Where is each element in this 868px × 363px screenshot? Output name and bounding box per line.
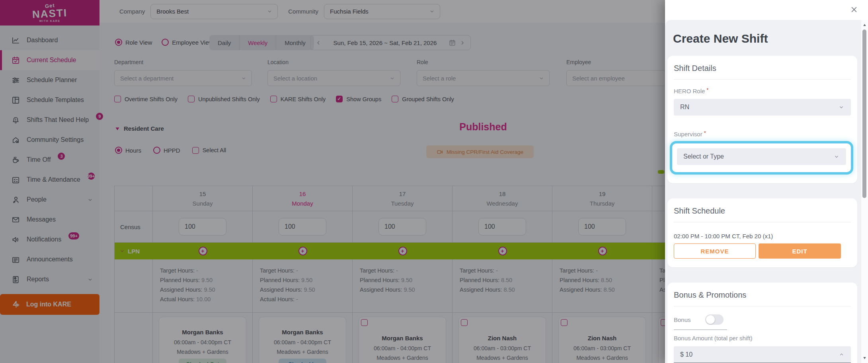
drawer-title: Create New Shift bbox=[673, 32, 861, 45]
chevron-down-icon bbox=[838, 104, 845, 110]
drawer-header bbox=[665, 0, 868, 20]
hero-role-select[interactable]: RN bbox=[674, 99, 851, 116]
scroll-down-arrow-icon[interactable] bbox=[862, 356, 867, 360]
bonus-promotions-card: Bonus & Promotions Bonus Bonus Amount (t… bbox=[667, 283, 857, 363]
shift-entry-actions: REMOVE EDIT bbox=[674, 243, 851, 259]
supervisor-label: Supervisor bbox=[674, 131, 702, 137]
remove-button[interactable]: REMOVE bbox=[674, 243, 756, 259]
scroll-up-arrow-icon[interactable] bbox=[862, 23, 867, 27]
required-mark: * bbox=[704, 130, 706, 136]
hero-role-value: RN bbox=[680, 104, 689, 111]
bonus-heading: Bonus & Promotions bbox=[674, 290, 851, 306]
hero-role-label: HERO Role bbox=[674, 88, 705, 94]
shift-time-entry: 02:00 PM - 10:00 PM CT, Feb 20 (x1) bbox=[674, 233, 851, 239]
bonus-label: Bonus bbox=[674, 316, 691, 323]
bonus-toggle-row: Bonus bbox=[674, 314, 851, 325]
close-icon[interactable] bbox=[850, 5, 858, 14]
chevron-down-icon bbox=[833, 153, 840, 160]
drawer-body: Create New Shift Shift Details HERO Role… bbox=[665, 20, 861, 363]
app: Get NASTI WITH KARE DashboardCurrent Sch… bbox=[0, 0, 868, 363]
toggle-knob bbox=[706, 315, 715, 324]
tour-highlight-box: Select or Type bbox=[670, 141, 853, 175]
bonus-underline bbox=[674, 330, 727, 330]
scrollbar-thumb[interactable] bbox=[862, 29, 866, 198]
bonus-amount-value: $ 10 bbox=[680, 351, 692, 358]
shift-schedule-card: Shift Schedule 02:00 PM - 10:00 PM CT, F… bbox=[667, 198, 857, 267]
bonus-amount-label: Bonus Amount (total per shift) bbox=[674, 335, 851, 341]
create-shift-drawer: Create New Shift Shift Details HERO Role… bbox=[665, 0, 868, 363]
shift-schedule-heading: Shift Schedule bbox=[674, 206, 851, 222]
bonus-toggle[interactable] bbox=[705, 314, 724, 325]
shift-details-card: Shift Details HERO Role* RN Supervisor* … bbox=[667, 56, 857, 183]
chevron-up-icon bbox=[839, 351, 845, 357]
shift-details-heading: Shift Details bbox=[674, 64, 851, 80]
supervisor-select[interactable]: Select or Type bbox=[677, 148, 846, 165]
drawer-scrollbar[interactable] bbox=[861, 20, 868, 363]
modal-overlay[interactable] bbox=[0, 0, 665, 363]
edit-button[interactable]: EDIT bbox=[759, 243, 841, 259]
required-mark: * bbox=[706, 87, 708, 93]
supervisor-placeholder: Select or Type bbox=[683, 153, 724, 160]
bonus-amount-input[interactable]: $ 10 bbox=[674, 346, 851, 363]
